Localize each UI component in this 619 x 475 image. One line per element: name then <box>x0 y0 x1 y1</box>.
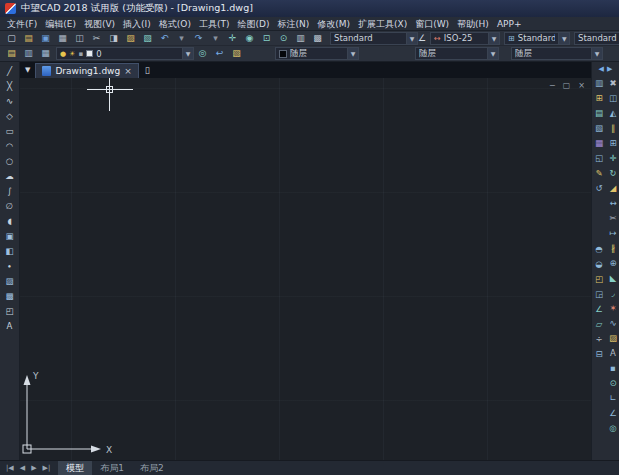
menu-tools[interactable]: 工具(T) <box>195 17 234 31</box>
redo-icon[interactable]: ↷ <box>190 31 207 46</box>
line-tool-icon[interactable]: ╱ <box>2 64 18 79</box>
measure-area-icon[interactable]: ▱ <box>592 317 606 332</box>
ucs-settings-icon[interactable]: ◎ <box>606 421 619 436</box>
ellipse-arc-tool-icon[interactable]: ◖ <box>2 214 18 229</box>
layer-previous-icon[interactable]: ↩ <box>211 46 228 61</box>
move-tool-icon[interactable]: ✛ <box>606 151 619 166</box>
properties-panel-icon[interactable]: ▥ <box>592 76 606 91</box>
chevron-down-icon[interactable]: ▼ <box>558 33 569 44</box>
break-tool-icon[interactable]: ∦ <box>606 241 619 256</box>
undo-list-arrow-icon[interactable]: ▾ <box>173 31 190 46</box>
chamfer-tool-icon[interactable]: ◣ <box>606 271 619 286</box>
tab-model[interactable]: 模型 <box>58 461 92 475</box>
chevron-down-icon[interactable]: ▼ <box>591 48 602 59</box>
join-tool-icon[interactable]: ⊕ <box>606 256 619 271</box>
menu-format[interactable]: 格式(O) <box>155 17 195 31</box>
titlebar[interactable]: 中望CAD 2018 试用版 (功能受限) - [Drawing1.dwg] <box>0 0 619 17</box>
ortho-mode-icon[interactable]: ∟ <box>606 391 619 406</box>
explode-tool-icon[interactable]: ✶ <box>606 301 619 316</box>
undo-history-icon[interactable]: ↺ <box>592 181 606 196</box>
revision-cloud-tool-icon[interactable]: ☁ <box>2 169 18 184</box>
copy-object-tool-icon[interactable]: ◫ <box>606 91 619 106</box>
circle-tool-icon[interactable]: ○ <box>2 154 18 169</box>
zoom-previous-icon[interactable]: ⊙ <box>275 31 292 46</box>
plot-icon[interactable]: ▦ <box>54 31 71 46</box>
text-edit-tool-icon[interactable]: A <box>606 346 619 361</box>
menu-draw[interactable]: 绘图(D) <box>233 17 273 31</box>
design-center-panel-icon[interactable]: ▤ <box>592 106 606 121</box>
match-properties-icon[interactable]: ▧ <box>139 31 156 46</box>
hatch-edit-tool-icon[interactable]: ▨ <box>606 331 619 346</box>
properties-palette-icon[interactable]: ▥ <box>292 31 309 46</box>
cut-icon[interactable]: ✂ <box>88 31 105 46</box>
toolbar-scroll-left-icon[interactable]: ◀ <box>599 65 604 73</box>
scale-tool-icon[interactable]: ◢ <box>606 181 619 196</box>
grip-settings-icon[interactable]: ▪ <box>606 361 619 376</box>
redo-list-arrow-icon[interactable]: ▾ <box>207 31 224 46</box>
extend-tool-icon[interactable]: ↦ <box>606 226 619 241</box>
close-tab-icon[interactable]: × <box>124 66 132 76</box>
layer-states-manager-icon[interactable]: ▥ <box>20 46 37 61</box>
child-minimize-button[interactable]: ─ <box>550 81 555 91</box>
make-block-tool-icon[interactable]: ◧ <box>2 244 18 259</box>
last-layout-button[interactable]: ▶| <box>40 464 54 472</box>
design-center-icon[interactable]: ▩ <box>309 31 326 46</box>
menu-help[interactable]: 帮助(H) <box>453 17 493 31</box>
save-icon[interactable]: ▣ <box>37 31 54 46</box>
print-preview-icon[interactable]: ◫ <box>71 31 88 46</box>
prev-layout-button[interactable]: ◀ <box>17 464 28 472</box>
mirror-tool-icon[interactable]: ◭ <box>606 106 619 121</box>
menu-app-plus[interactable]: APP+ <box>493 17 526 31</box>
zoom-window-icon[interactable]: ⊡ <box>258 31 275 46</box>
gradient-tool-icon[interactable]: ▩ <box>2 289 18 304</box>
array-tool-icon[interactable]: ⊞ <box>606 136 619 151</box>
fillet-tool-icon[interactable]: ◞ <box>606 286 619 301</box>
menu-express-tools[interactable]: 扩展工具(X) <box>354 17 411 31</box>
stretch-tool-icon[interactable]: ↔ <box>606 196 619 211</box>
file-tabs-menu-icon[interactable]: ▼ <box>20 66 35 74</box>
lineweight-dropdown[interactable]: 随层 ▼ <box>511 47 603 60</box>
chevron-down-icon[interactable]: ▼ <box>182 48 193 59</box>
table-icon[interactable]: ⊟ <box>592 347 606 362</box>
hatch-tool-icon[interactable]: ▨ <box>2 274 18 289</box>
trim-tool-icon[interactable]: ✂ <box>606 211 619 226</box>
rectangle-tool-icon[interactable]: ▭ <box>2 124 18 139</box>
spline-tool-icon[interactable]: ∫ <box>2 184 18 199</box>
measure-angle-icon[interactable]: ∠ <box>592 302 606 317</box>
chevron-down-icon[interactable]: ▼ <box>488 33 499 44</box>
toolbar-scroll-right-icon[interactable]: ▶ <box>607 65 612 73</box>
construction-line-tool-icon[interactable]: ╳ <box>2 79 18 94</box>
region-tool-icon[interactable]: ◰ <box>2 304 18 319</box>
zoom-realtime-icon[interactable]: ◉ <box>241 31 258 46</box>
quick-calculator-icon[interactable]: ⊞ <box>592 91 606 106</box>
tab-layout1[interactable]: 布局1 <box>92 461 132 475</box>
mtext-tool-icon[interactable]: A <box>2 319 18 334</box>
offset-tool-icon[interactable]: ∥ <box>606 121 619 136</box>
point-tool-icon[interactable]: ∙ <box>2 259 18 274</box>
ellipse-tool-icon[interactable]: ∅ <box>2 199 18 214</box>
layer-filter-icon[interactable]: ▦ <box>37 46 54 61</box>
new-drawing-tab-button[interactable]: ▯ <box>139 65 156 75</box>
menu-insert[interactable]: 插入(I) <box>119 17 155 31</box>
tool-palettes-icon[interactable]: ▧ <box>592 121 606 136</box>
table-style-dropdown[interactable]: ⊞ Standard ▼ <box>504 32 570 45</box>
group-icon[interactable]: ◰ <box>592 272 606 287</box>
first-layout-button[interactable]: |◀ <box>3 464 17 472</box>
sheet-set-manager-icon[interactable]: ▦ <box>592 136 606 151</box>
color-dropdown[interactable]: 随层 ▼ <box>275 47 359 60</box>
child-restore-button[interactable]: ▢ <box>563 81 571 91</box>
dim-style-manager-icon[interactable]: ∠ <box>418 33 426 43</box>
menu-window[interactable]: 窗口(W) <box>411 17 453 31</box>
drawing-canvas[interactable]: ─▢× Y X <box>20 78 591 460</box>
polar-tracking-icon[interactable]: ∠ <box>606 406 619 421</box>
erase-tool-icon[interactable]: ✖ <box>606 76 619 91</box>
polyline-tool-icon[interactable]: ∿ <box>2 94 18 109</box>
menu-modify[interactable]: 修改(M) <box>313 17 354 31</box>
rotate-tool-icon[interactable]: ↻ <box>606 166 619 181</box>
text-style-dropdown[interactable]: Standard ▼ <box>330 32 418 45</box>
undo-icon[interactable]: ↶ <box>156 31 173 46</box>
mleader-style-dropdown[interactable]: Standard ▼ <box>574 32 619 45</box>
osnap-settings-icon[interactable]: ⊙ <box>606 376 619 391</box>
paste-icon[interactable]: ▨ <box>122 31 139 46</box>
new-file-icon[interactable]: ▢ <box>3 31 20 46</box>
